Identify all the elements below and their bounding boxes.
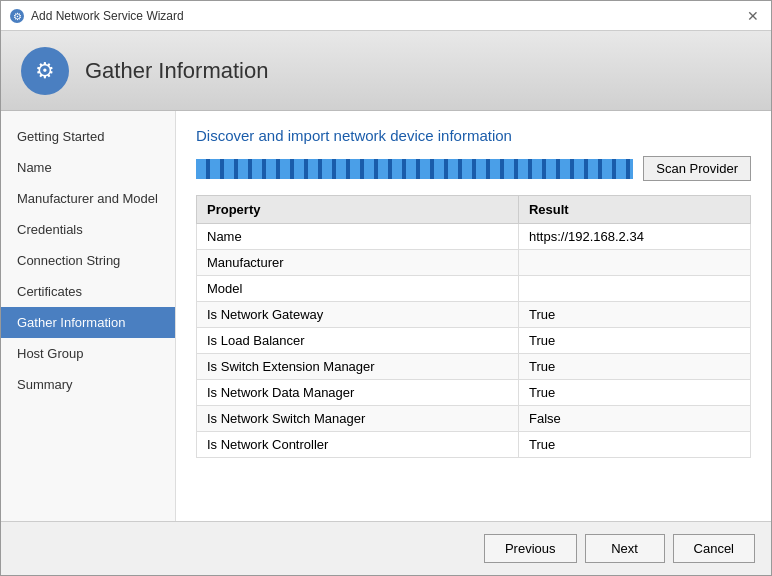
result-cell: True [518, 328, 750, 354]
result-cell: True [518, 380, 750, 406]
wizard-window: ⚙ Add Network Service Wizard ✕ ⚙ Gather … [0, 0, 772, 576]
table-row: Is Network GatewayTrue [197, 302, 751, 328]
result-cell: True [518, 354, 750, 380]
result-cell: True [518, 432, 750, 458]
progress-stripe [196, 159, 633, 179]
table-row: Is Load BalancerTrue [197, 328, 751, 354]
wizard-header: ⚙ Gather Information [1, 31, 771, 111]
table-row: Is Network ControllerTrue [197, 432, 751, 458]
title-bar-left: ⚙ Add Network Service Wizard [9, 8, 184, 24]
main-title: Discover and import network device infor… [196, 127, 751, 144]
property-cell: Is Network Controller [197, 432, 519, 458]
close-button[interactable]: ✕ [743, 6, 763, 26]
scan-provider-button[interactable]: Scan Provider [643, 156, 751, 181]
main-content: Discover and import network device infor… [176, 111, 771, 521]
table-row: Is Network Data ManagerTrue [197, 380, 751, 406]
property-cell: Is Switch Extension Manager [197, 354, 519, 380]
sidebar-item-host-group[interactable]: Host Group [1, 338, 175, 369]
window-icon: ⚙ [9, 8, 25, 24]
wizard-footer: Previous Next Cancel [1, 521, 771, 575]
table-row: Model [197, 276, 751, 302]
sidebar-item-getting-started[interactable]: Getting Started [1, 121, 175, 152]
property-cell: Name [197, 224, 519, 250]
header-title: Gather Information [85, 58, 268, 84]
wizard-content: Getting Started Name Manufacturer and Mo… [1, 111, 771, 521]
sidebar-item-connection-string[interactable]: Connection String [1, 245, 175, 276]
property-cell: Model [197, 276, 519, 302]
result-cell: https://192.168.2.34 [518, 224, 750, 250]
svg-text:⚙: ⚙ [13, 11, 22, 22]
sidebar-item-gather-information[interactable]: Gather Information [1, 307, 175, 338]
title-bar: ⚙ Add Network Service Wizard ✕ [1, 1, 771, 31]
sidebar-item-name[interactable]: Name [1, 152, 175, 183]
cancel-button[interactable]: Cancel [673, 534, 755, 563]
sidebar: Getting Started Name Manufacturer and Mo… [1, 111, 176, 521]
result-cell [518, 276, 750, 302]
property-cell: Is Network Switch Manager [197, 406, 519, 432]
header-icon: ⚙ [21, 47, 69, 95]
table-row: Is Switch Extension ManagerTrue [197, 354, 751, 380]
property-cell: Is Network Gateway [197, 302, 519, 328]
progress-bar [196, 159, 633, 179]
sidebar-item-credentials[interactable]: Credentials [1, 214, 175, 245]
window-title: Add Network Service Wizard [31, 9, 184, 23]
next-button[interactable]: Next [585, 534, 665, 563]
property-cell: Manufacturer [197, 250, 519, 276]
sidebar-item-manufacturer-model[interactable]: Manufacturer and Model [1, 183, 175, 214]
property-cell: Is Network Data Manager [197, 380, 519, 406]
properties-table: Property Result Namehttps://192.168.2.34… [196, 195, 751, 458]
table-row: Namehttps://192.168.2.34 [197, 224, 751, 250]
progress-row: Scan Provider [196, 156, 751, 181]
header-icon-glyph: ⚙ [35, 58, 55, 84]
property-cell: Is Load Balancer [197, 328, 519, 354]
sidebar-item-certificates[interactable]: Certificates [1, 276, 175, 307]
result-cell: True [518, 302, 750, 328]
col-header-property: Property [197, 196, 519, 224]
sidebar-item-summary[interactable]: Summary [1, 369, 175, 400]
result-cell: False [518, 406, 750, 432]
col-header-result: Result [518, 196, 750, 224]
result-cell [518, 250, 750, 276]
previous-button[interactable]: Previous [484, 534, 577, 563]
table-row: Is Network Switch ManagerFalse [197, 406, 751, 432]
table-header-row: Property Result [197, 196, 751, 224]
table-row: Manufacturer [197, 250, 751, 276]
